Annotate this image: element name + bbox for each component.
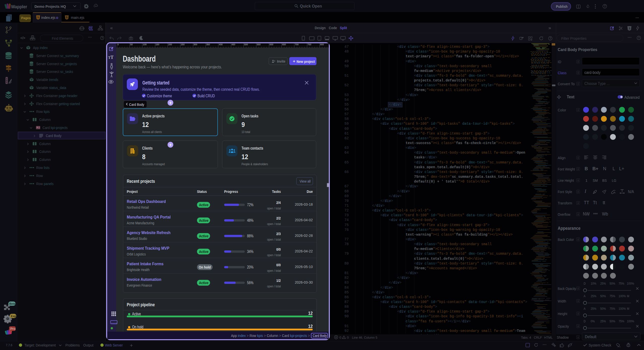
svg-text:5: 5 [37,16,39,19]
svg-text:5: 5 [66,16,68,19]
svg-text:3: 3 [629,27,630,30]
